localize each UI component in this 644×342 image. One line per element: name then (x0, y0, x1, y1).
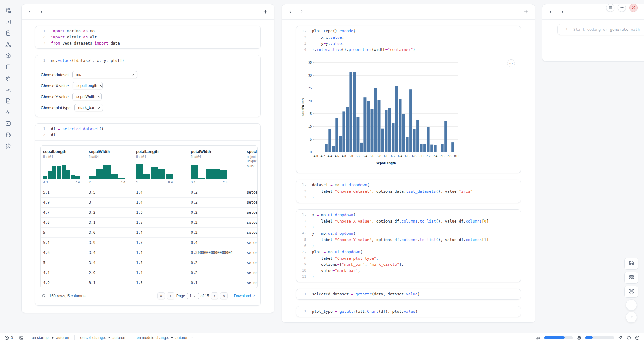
chevron-left-icon[interactable] (28, 10, 32, 14)
code-line[interactable]: 2 label="Choose X value", options=df.col… (296, 218, 521, 224)
code-line[interactable]: 1mo.vstack([dataset, x, y, plot]) (35, 58, 260, 64)
table-row[interactable]: 5.43.91.70.4setosa (41, 238, 258, 248)
table-row[interactable]: 4.63.11.50.2setosa (41, 218, 258, 228)
column-header[interactable]: petalLengthfloat6416.9 (134, 146, 188, 187)
add-cell-button[interactable] (263, 9, 268, 14)
terminal-icon[interactable] (19, 335, 24, 340)
cell-imports[interactable]: 1import marimo as mo2import altair as al… (35, 26, 261, 49)
code-line[interactable]: 7⌄plot = mo.ui.dropdown( (296, 249, 521, 255)
table-row[interactable]: 5.13.51.40.2setosa (41, 187, 258, 198)
dropdown-select[interactable]: mark_bar (74, 104, 103, 111)
chevron-left-icon[interactable] (288, 10, 292, 14)
column-header[interactable]: sepalLengthfloat644.37.9 (41, 146, 86, 187)
column-header[interactable]: sepalWidthfloat6424.4 (86, 146, 134, 187)
column-histogram[interactable] (136, 162, 173, 179)
code-line[interactable]: 4).interactive().properties(width="conta… (296, 47, 521, 53)
menu-button[interactable] (606, 4, 614, 12)
table-row[interactable]: 4.931.40.2setosa (41, 198, 258, 208)
table-row[interactable]: 4.73.21.30.2setosa (41, 208, 258, 218)
code-line[interactable]: 2 label="Choose dataset", options=data.l… (296, 188, 521, 194)
code-line[interactable]: 3from vega_datasets import data (35, 40, 260, 46)
chart-menu-button[interactable]: ⋯ (507, 59, 515, 67)
dropdown-select[interactable]: iris (72, 71, 137, 78)
column-histogram[interactable] (43, 162, 80, 179)
column-header[interactable]: speciesobjectunique:nulls: (244, 146, 258, 187)
close-button[interactable] (629, 4, 638, 12)
search-list-icon[interactable] (5, 87, 11, 93)
notebook-edit-icon[interactable] (5, 132, 11, 138)
chevron-right-icon[interactable] (300, 10, 304, 14)
code-line[interactable]: 1selected_dataset = getattr(data, datase… (296, 291, 521, 297)
stop-button[interactable] (626, 299, 637, 311)
code-line[interactable]: 5 label="Choose Y value", options=df.col… (296, 237, 521, 243)
code-line[interactable]: 3 y=y.value, (296, 41, 521, 47)
cell-plot-type[interactable]: 1plot_type = getattr(alt.Chart(df), plot… (296, 306, 521, 317)
sparkles-icon[interactable] (618, 335, 623, 340)
next-page-button[interactable]: › (211, 292, 218, 299)
first-page-button[interactable]: « (157, 292, 165, 299)
code-line[interactable]: 1plot_type = getattr(alt.Chart(df), plot… (296, 308, 521, 315)
code-line[interactable]: 1⌄dataset = mo.ui.dropdown( (296, 182, 521, 188)
connection-check-icon[interactable] (635, 335, 640, 340)
cell-empty[interactable]: 1 Start coding or generate with (557, 24, 644, 35)
code-line[interactable]: 2import altair as alt (35, 34, 260, 40)
code-line[interactable]: 10 value="mark_bar", (296, 268, 521, 274)
cell-xy-dropdowns[interactable]: 1⌄x = mo.ui.dropdown(2 label="Choose X v… (296, 209, 521, 282)
code-line[interactable]: 3) (296, 224, 521, 230)
database-icon[interactable] (5, 30, 11, 36)
code-line[interactable]: 2df (35, 132, 260, 138)
document-icon[interactable] (5, 98, 11, 104)
cell-plot[interactable]: 1⌄plot_type().encode(2 x=x.value,3 y=y.v… (296, 26, 521, 173)
run-button[interactable] (626, 312, 637, 323)
chevron-right-icon[interactable] (560, 10, 564, 14)
save-button[interactable] (624, 258, 638, 270)
code-line[interactable]: 9 options=["mark_bar", "mark_circle"], (296, 262, 521, 268)
page-select[interactable]: 1 (187, 293, 199, 299)
column-histogram[interactable] (89, 162, 125, 179)
layout-button[interactable] (624, 272, 638, 284)
logs-icon[interactable] (5, 64, 11, 70)
code-placeholder[interactable]: Start coding or generate with (569, 27, 640, 33)
function-icon[interactable] (5, 19, 11, 25)
cell-dataframe[interactable]: 1df = selected_dataset()2df sepalLengthf… (35, 123, 261, 306)
dropdown-select[interactable]: sepalWidth (72, 93, 102, 100)
cell-vstack[interactable]: 1mo.vstack([dataset, x, y, plot]) Choose… (35, 55, 261, 117)
copilot-icon[interactable] (626, 335, 631, 340)
shortcuts-button[interactable] (624, 286, 638, 298)
file-tree-icon[interactable] (5, 8, 11, 14)
search-icon[interactable] (41, 294, 46, 298)
error-count[interactable]: 0 (4, 335, 13, 340)
cell-dataset-dropdown[interactable]: 1⌄dataset = mo.ui.dropdown(2 label="Choo… (296, 180, 521, 203)
bar-chart[interactable]: 051015202530354.04.24.44.64.85.05.25.45.… (301, 59, 462, 169)
code-line[interactable]: 11) (296, 274, 521, 280)
cell-selected-dataset[interactable]: 1selected_dataset = getattr(data, datase… (296, 289, 521, 300)
table-row[interactable]: 4.63.41.40.30000000000000004setosa (41, 248, 258, 258)
code-line[interactable]: 1import marimo as mo (35, 28, 260, 34)
package-icon[interactable] (5, 53, 11, 59)
dropdown-select[interactable]: sepalLength (73, 82, 103, 89)
chevron-left-icon[interactable] (549, 10, 553, 14)
last-page-button[interactable]: » (220, 292, 228, 299)
code-line[interactable]: 8 label="Choose plot type", (296, 255, 521, 262)
generate-link[interactable]: generate (610, 27, 628, 32)
run-config-item[interactable]: on startup: autorun (26, 335, 74, 340)
code-line[interactable]: 1df = selected_dataset() (35, 126, 260, 132)
code-line[interactable]: 3) (296, 194, 521, 201)
code-line[interactable]: 1⌄plot_type().encode( (296, 28, 521, 34)
code-snippet-icon[interactable] (5, 120, 11, 126)
column-header[interactable]: petalWidthfloat640.12.5 (188, 146, 244, 187)
table-row[interactable]: 53.61.40.2setosa (41, 228, 258, 238)
activity-icon[interactable] (5, 109, 11, 115)
run-config-item[interactable]: on module change: autorun (131, 335, 199, 340)
prev-page-button[interactable]: ‹ (167, 292, 174, 299)
download-button[interactable]: Download (234, 294, 256, 298)
settings-button[interactable] (618, 4, 626, 12)
chevron-right-icon[interactable] (39, 10, 44, 14)
table-row[interactable]: 4.93.11.50.1setosa (41, 278, 258, 288)
column-histogram[interactable] (191, 162, 227, 179)
run-config-item[interactable]: on cell change: autorun (74, 335, 131, 340)
chat-bot-icon[interactable] (5, 75, 11, 81)
code-line[interactable]: 6) (296, 243, 521, 249)
code-line[interactable]: 1⌄x = mo.ui.dropdown( (296, 212, 521, 218)
code-line[interactable]: 4⌄y = mo.ui.dropdown( (296, 230, 521, 237)
